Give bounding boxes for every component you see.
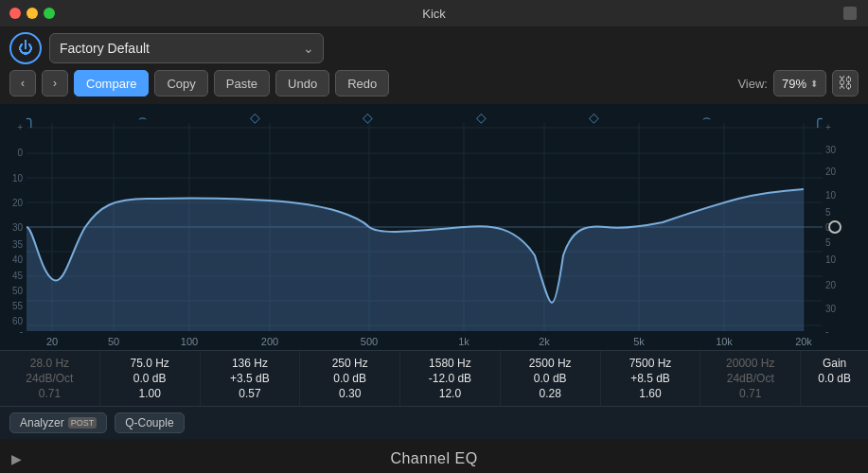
- top-bar: ⏻ Factory Default: [0, 26, 868, 70]
- band-7-freq: 7500 Hz: [611, 357, 691, 370]
- power-icon: ⏻: [18, 40, 33, 57]
- forward-button[interactable]: ›: [42, 70, 68, 96]
- back-button[interactable]: ‹: [9, 70, 36, 96]
- svg-text:0: 0: [17, 148, 23, 158]
- post-badge: POST: [68, 417, 97, 429]
- svg-text:20: 20: [825, 280, 837, 290]
- window-title: Kick: [422, 7, 446, 21]
- band-3-db: +3.5 dB: [210, 372, 291, 385]
- q-couple-button[interactable]: Q-Couple: [115, 412, 184, 433]
- view-label: View:: [737, 77, 768, 91]
- band-4-db: 0.0 dB: [310, 372, 390, 385]
- bottom-toolbar: Analyzer POST Q-Couple: [0, 406, 868, 439]
- q-couple-label: Q-Couple: [125, 416, 173, 429]
- link-icon: [843, 7, 857, 20]
- svg-text:20: 20: [12, 198, 24, 208]
- svg-text:5: 5: [825, 237, 831, 248]
- svg-text:35: 35: [12, 239, 24, 250]
- paste-button[interactable]: Paste: [214, 70, 270, 96]
- band-col-6: 2500 Hz 0.0 dB 0.28: [501, 351, 601, 406]
- preset-wrapper: Factory Default: [49, 33, 324, 63]
- copy-button[interactable]: Copy: [154, 70, 207, 96]
- band-col-3: 136 Hz +3.5 dB 0.57: [201, 351, 301, 406]
- back-icon: ‹: [21, 77, 25, 90]
- svg-text:30: 30: [825, 145, 837, 155]
- band-1-freq: 28.0 Hz: [9, 357, 90, 370]
- svg-text:-: -: [20, 326, 23, 337]
- svg-text:5: 5: [825, 207, 831, 218]
- gain-col: Gain 0.0 dB: [801, 351, 868, 406]
- band-1-db: 24dB/Oct: [9, 372, 90, 385]
- preset-dropdown[interactable]: Factory Default: [49, 33, 324, 63]
- forward-icon: ›: [53, 77, 57, 90]
- undo-button[interactable]: Undo: [275, 70, 329, 96]
- svg-text:10k: 10k: [716, 336, 733, 347]
- svg-text:50: 50: [108, 336, 119, 347]
- svg-text:100: 100: [181, 336, 198, 347]
- eq-circle-indicator: [828, 220, 841, 234]
- minimize-dot[interactable]: [27, 8, 38, 19]
- svg-text:40: 40: [12, 254, 24, 265]
- svg-text:60: 60: [12, 316, 24, 326]
- title-bar: Kick: [0, 0, 868, 26]
- svg-text:200: 200: [261, 336, 278, 347]
- band-8-freq: 20000 Hz: [710, 357, 790, 370]
- analyzer-button[interactable]: Analyzer POST: [9, 412, 107, 433]
- band-6-q: 0.28: [510, 387, 591, 400]
- svg-text:+: +: [17, 122, 23, 132]
- window-controls: [9, 8, 55, 19]
- band-controls: 28.0 Hz 24dB/Oct 0.71 75.0 Hz 0.0 dB 1.0…: [0, 350, 868, 406]
- play-button[interactable]: ▶: [11, 451, 22, 466]
- view-value-display[interactable]: 79% ⬍: [773, 70, 826, 96]
- svg-text:10: 10: [12, 173, 24, 184]
- gain-label: Gain: [810, 357, 859, 370]
- band-6-db: 0.0 dB: [510, 372, 591, 385]
- band-6-freq: 2500 Hz: [510, 357, 591, 370]
- band-2-q: 1.00: [110, 387, 190, 400]
- plugin-title: Channel EQ: [390, 450, 477, 467]
- eq-display[interactable]: ╮ ⌢ ◇ ◇ ◇ ◇ ⌢ ╭: [0, 104, 868, 350]
- band-7-q: 1.60: [611, 387, 691, 400]
- svg-text:55: 55: [12, 301, 24, 311]
- svg-text:20: 20: [46, 336, 58, 347]
- band-8-db: 24dB/Oct: [710, 372, 790, 385]
- band-col-2: 75.0 Hz 0.0 dB 1.00: [100, 351, 201, 406]
- band-7-db: +8.5 dB: [611, 372, 691, 385]
- band-col-4: 250 Hz 0.0 dB 0.30: [300, 351, 400, 406]
- band-3-freq: 136 Hz: [210, 357, 291, 370]
- close-dot[interactable]: [9, 8, 21, 19]
- link-chain-icon: ⛓: [838, 75, 853, 92]
- band-8-q: 0.71: [710, 387, 790, 400]
- band-5-q: 12.0: [410, 387, 490, 400]
- redo-button[interactable]: Redo: [335, 70, 389, 96]
- link-button[interactable]: ⛓: [832, 70, 859, 96]
- view-stepper-icon: ⬍: [810, 79, 818, 89]
- eq-svg: 20 50 100 200 500 1k 2k 5k 10k 20k + 0 1…: [0, 104, 868, 350]
- compare-button[interactable]: Compare: [74, 70, 149, 96]
- view-percent: 79%: [782, 77, 806, 91]
- analyzer-label: Analyzer: [20, 416, 64, 429]
- band-col-1: 28.0 Hz 24dB/Oct 0.71: [0, 351, 100, 406]
- svg-text:1k: 1k: [458, 336, 469, 347]
- svg-text:20: 20: [825, 166, 837, 177]
- power-button[interactable]: ⏻: [9, 32, 42, 64]
- svg-text:20k: 20k: [795, 336, 812, 347]
- band-col-5: 1580 Hz -12.0 dB 12.0: [400, 351, 501, 406]
- svg-text:30: 30: [12, 222, 24, 233]
- svg-text:2k: 2k: [539, 336, 550, 347]
- band-5-db: -12.0 dB: [410, 372, 490, 385]
- svg-text:10: 10: [825, 190, 837, 201]
- svg-text:30: 30: [825, 304, 837, 314]
- band-4-q: 0.30: [310, 387, 390, 400]
- band-col-8: 20000 Hz 24dB/Oct 0.71: [700, 351, 801, 406]
- band-5-freq: 1580 Hz: [410, 357, 490, 370]
- svg-text:10: 10: [825, 254, 837, 265]
- band-1-q: 0.71: [9, 387, 90, 400]
- maximize-dot[interactable]: [44, 8, 55, 19]
- svg-text:45: 45: [12, 271, 24, 281]
- svg-text:5k: 5k: [633, 336, 645, 347]
- band-3-q: 0.57: [210, 387, 291, 400]
- gain-value: 0.0 dB: [810, 372, 859, 385]
- footer: ▶ Channel EQ: [0, 439, 868, 473]
- band-2-db: 0.0 dB: [110, 372, 190, 385]
